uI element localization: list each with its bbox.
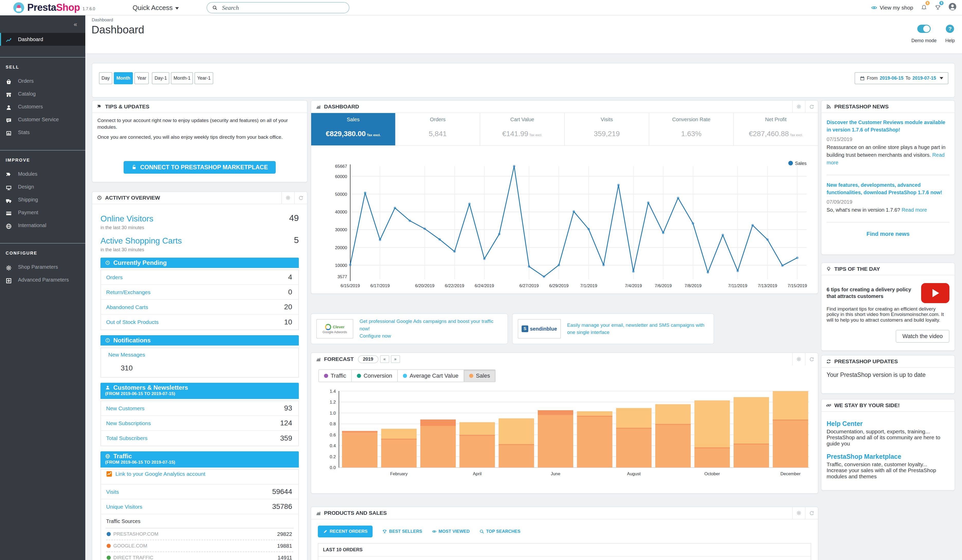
rss-icon [826,104,831,109]
forecast-next-button[interactable]: » [391,355,400,363]
card-icon [6,209,12,216]
tab-most-viewed[interactable]: MOST VIEWED [432,529,470,534]
user-avatar[interactable] [949,3,956,13]
toggle-conversion[interactable]: Conversion [352,370,398,382]
panel-settings-gear-icon[interactable] [281,192,294,204]
svg-text:0.4: 0.4 [330,443,336,448]
read-more-link[interactable]: Read more [902,207,927,213]
svg-text:30000: 30000 [335,228,347,232]
time-filter-day[interactable]: Day [99,72,112,84]
kpi-sales[interactable]: Sales€829,380.00Tax excl. [311,113,396,145]
sidebar-item-orders[interactable]: Orders [0,74,85,87]
panel-refresh-icon[interactable] [805,507,818,519]
right-column: PRESTASHOP NEWS Discover the Customer Re… [821,100,955,491]
demo-mode-toggle[interactable] [917,25,931,33]
panel-settings-gear-icon[interactable] [792,101,805,113]
sidebar-divider [0,243,85,244]
view-my-shop-link[interactable]: View my shop [871,5,913,11]
total-subscribers-link[interactable]: Total Subscribers [106,431,147,446]
toggle-traffic[interactable]: Traffic [318,370,352,382]
panel-title: PRESTASHOP NEWS [834,103,889,110]
panel-refresh-icon[interactable] [805,353,818,365]
sidebar-item-customer-service[interactable]: Customer Service [0,113,85,126]
date-range-picker[interactable]: From2019-06-15 To2019-07-15 [855,72,948,84]
sidebar-item-modules[interactable]: Modules [0,168,85,180]
notifications-header: Notifications [100,335,299,345]
toggle-average-cart-value[interactable]: Average Cart Value [398,370,464,382]
sidebar-item-shop-parameters[interactable]: Shop Parameters [0,260,85,273]
svg-text:7/6/2019: 7/6/2019 [655,283,671,288]
youtube-play-icon[interactable] [921,283,949,303]
time-filter-year-1[interactable]: Year-1 [195,72,213,84]
watch-video-button[interactable]: Watch the video [896,330,949,343]
panel-refresh-icon[interactable] [294,192,307,204]
time-filter-day-1[interactable]: Day-1 [152,72,169,84]
kpi-net-profit[interactable]: Net Profit€287,460.88Tax excl. [734,113,818,145]
connect-marketplace-button[interactable]: CONNECT TO PRESTASHOP MARKETPLACE [124,161,276,174]
news-title-link[interactable]: New features, developments, advanced fun… [826,181,949,197]
svg-text:60000: 60000 [335,174,347,179]
traffic-header: Traffic(FROM 2019-06-15 TO 2019-07-15) [100,451,299,468]
new-subscriptions-link[interactable]: New Subscriptions [106,416,151,431]
kpi-visits[interactable]: Visits359,219 [565,113,649,145]
trophy-badge: 9 [939,1,944,5]
sidebar-item-payment[interactable]: Payment [0,206,85,219]
breadcrumb[interactable]: Dashboard [92,18,113,23]
forecast-prev-button[interactable]: « [380,355,389,363]
customer-icon [105,385,110,390]
quick-access-menu[interactable]: Quick Access [132,0,179,15]
customers-newsletters-header: Customers & Newsletters(FROM 2019-06-15 … [100,383,299,399]
panel-refresh-icon[interactable] [805,101,818,113]
sidebar-item-international[interactable]: International [0,219,85,232]
products-tabs: RECENT ORDERS BEST SELLERS MOST VIEWED T… [318,526,818,537]
news-title-link[interactable]: Discover the Customer Reviews module ava… [826,119,949,134]
time-filter-month-1[interactable]: Month-1 [171,72,193,84]
help-label: Help [945,38,955,44]
help-center-link[interactable]: Help Center [826,420,949,428]
new-messages-count: 310 [101,364,152,372]
prestashop-logo[interactable]: PrestaShop 1.7.6.0 [13,2,95,13]
orders-link[interactable]: Orders [106,270,123,285]
sidebar-item-shipping[interactable]: Shipping [0,193,85,206]
returns-link[interactable]: Return/Exchanges [106,285,150,300]
google-analytics-link[interactable]: Link to your Google Analytics account [115,471,205,477]
unique-visitors-link[interactable]: Unique Visitors [106,499,142,514]
svg-text:40000: 40000 [335,210,347,215]
abandoned-carts-link[interactable]: Abandoned Carts [106,300,148,315]
sidebar-item-dashboard[interactable]: Dashboard [0,33,85,46]
new-customers-link[interactable]: New Customers [106,401,144,416]
announcements-trophy-icon[interactable]: 9 [935,3,941,13]
kpi-conversion-rate[interactable]: Conversion Rate1.63% [649,113,734,145]
google-ads-banner[interactable]: Clever Google Adwords Get professional G… [311,313,508,344]
active-carts-link[interactable]: Active Shopping Carts [100,236,299,245]
time-filter-year[interactable]: Year [134,72,149,84]
notifications-bell-icon[interactable]: 6 [921,3,927,13]
sidebar-item-stats[interactable]: Stats [0,126,85,139]
time-filter-month[interactable]: Month [114,72,133,84]
online-visitors-link[interactable]: Online Visitors [100,214,299,223]
sidebar-item-catalog[interactable]: Catalog [0,87,85,100]
sidebar-item-customers[interactable]: Customers [0,100,85,113]
kpi-cart-value[interactable]: Cart Value€141.99Tax excl. [480,113,565,145]
sidebar-item-advanced-parameters[interactable]: Advanced Parameters [0,273,85,286]
out-of-stock-link[interactable]: Out of Stock Products [106,315,158,329]
configure-now-link[interactable]: Configure now [360,333,391,339]
tips-updates-panel: TIPS & UPDATES Connect to your account r… [92,100,308,182]
toggle-sales[interactable]: Sales [464,370,496,382]
help-icon[interactable]: ? [946,25,954,33]
sendinblue-banner[interactable]: Ssendinblue Easily manage your email, ne… [512,313,714,344]
kpi-orders[interactable]: Orders5,841 [396,113,480,145]
tab-top-searches[interactable]: TOP SEARCHES [479,529,521,534]
tab-best-sellers[interactable]: BEST SELLERS [383,529,422,534]
panel-settings-gear-icon[interactable] [792,507,805,519]
panel-settings-gear-icon[interactable] [792,353,805,365]
marketplace-link[interactable]: PrestaShop Marketplace [826,453,949,460]
find-more-news-link[interactable]: Find more news [826,223,949,250]
new-messages-link[interactable]: New Messages [101,352,152,358]
online-visitors-row: Online Visitors in the last 30 minutes 4… [92,204,307,231]
sidebar-item-design[interactable]: Design [0,180,85,193]
tab-recent-orders[interactable]: RECENT ORDERS [318,526,373,537]
collapse-sidebar-button[interactable]: « [74,21,77,28]
search-input[interactable] [222,4,344,11]
visits-link[interactable]: Visits [106,484,119,499]
